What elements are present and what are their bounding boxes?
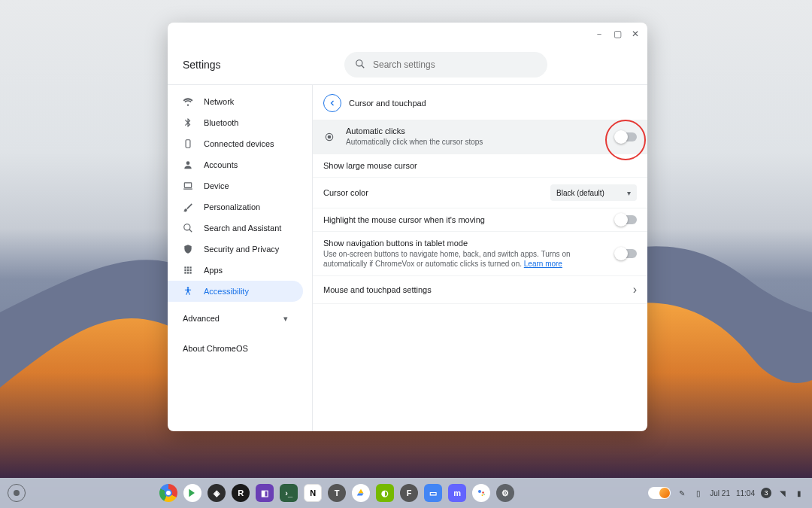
shelf: ◈ R ◧ ›_ N T ◐ F ▭ m ⚙ ✎ ▯ Jul 21 11:04 … <box>0 478 812 508</box>
shelf-app-blue[interactable]: ▭ <box>424 484 442 502</box>
shelf-app-nvidia[interactable]: ◐ <box>376 484 394 502</box>
svg-rect-15 <box>187 272 189 273</box>
row-title: Show navigation buttons in tablet mode <box>323 239 607 248</box>
shelf-app-f[interactable]: F <box>400 484 418 502</box>
shelf-app-settings[interactable]: ⚙ <box>496 484 514 502</box>
select-value: Black (default) <box>556 189 604 197</box>
accessibility-icon <box>183 286 193 297</box>
shelf-app-terminal[interactable]: ›_ <box>280 484 298 502</box>
svg-rect-14 <box>184 272 186 273</box>
settings-window: － ▢ ✕ Settings Network Bluetooth Connect… <box>168 23 647 431</box>
battery-tray-icon: ▮ <box>794 489 804 497</box>
brush-icon <box>183 202 193 212</box>
sidebar-item-about[interactable]: About ChromeOS <box>168 338 303 359</box>
search-box[interactable] <box>344 52 547 78</box>
sidebar: Network Bluetooth Connected devices Acco… <box>168 85 312 431</box>
sidebar-item-label: Accessibility <box>204 287 249 296</box>
sidebar-item-label: Advanced <box>183 314 220 323</box>
svg-rect-10 <box>189 266 191 268</box>
row-large-cursor[interactable]: Show large mouse cursor <box>313 154 647 178</box>
svg-point-0 <box>356 59 362 65</box>
bluetooth-icon <box>183 117 193 128</box>
window-minimize-button[interactable]: － <box>595 29 604 38</box>
sidebar-item-search[interactable]: Search and Assistant <box>168 217 303 239</box>
svg-point-6 <box>184 224 190 230</box>
window-close-button[interactable]: ✕ <box>631 29 640 38</box>
row-title: Automatic clicks <box>346 126 607 135</box>
sidebar-item-label: Security and Privacy <box>204 245 279 254</box>
sidebar-item-connected-devices[interactable]: Connected devices <box>168 133 303 154</box>
shelf-app-notion[interactable]: N <box>304 484 322 502</box>
svg-rect-13 <box>189 269 191 271</box>
learn-more-link[interactable]: Learn more <box>524 260 562 268</box>
wifi-tray-icon: ◥ <box>777 489 788 497</box>
row-automatic-clicks[interactable]: Automatic clicks Automatically click whe… <box>313 120 647 154</box>
stylus-icon[interactable]: ✎ <box>677 489 687 497</box>
row-subtitle: Use on-screen buttons to navigate home, … <box>323 249 607 269</box>
sidebar-item-label: Network <box>204 97 234 106</box>
tray-date: Jul 21 <box>710 489 730 497</box>
status-tray[interactable]: ✎ ▯ Jul 21 11:04 3 ◥ ▮ <box>648 487 804 499</box>
row-highlight-cursor: Highlight the mouse cursor when it's mov… <box>313 208 647 232</box>
svg-rect-8 <box>184 266 186 268</box>
cursor-color-select[interactable]: Black (default)▾ <box>550 184 637 201</box>
breadcrumb: Cursor and touchpad <box>313 91 647 120</box>
nav-buttons-toggle[interactable] <box>616 249 637 258</box>
row-cursor-color: Cursor color Black (default)▾ <box>313 178 647 208</box>
svg-rect-4 <box>184 183 191 187</box>
automatic-clicks-toggle[interactable] <box>616 132 637 141</box>
sidebar-item-label: Personalization <box>204 202 260 211</box>
sidebar-item-device[interactable]: Device <box>168 175 303 196</box>
shelf-app-t[interactable]: T <box>328 484 346 502</box>
shelf-app-r[interactable]: R <box>232 484 250 502</box>
sidebar-item-label: About ChromeOS <box>183 344 248 353</box>
shelf-app-drive[interactable] <box>352 484 370 502</box>
svg-point-22 <box>482 494 483 496</box>
sidebar-item-security[interactable]: Security and Privacy <box>168 239 303 260</box>
row-title: Highlight the mouse cursor when it's mov… <box>323 215 607 224</box>
chevron-right-icon: › <box>633 283 637 297</box>
window-maximize-button[interactable]: ▢ <box>613 29 622 38</box>
row-title: Cursor color <box>323 188 541 197</box>
quick-settings-pill[interactable] <box>648 487 671 499</box>
back-button[interactable] <box>323 94 341 112</box>
sidebar-item-bluetooth[interactable]: Bluetooth <box>168 112 303 133</box>
shelf-app-play[interactable] <box>183 484 201 502</box>
sidebar-item-advanced[interactable]: Advanced▾ <box>168 308 303 329</box>
app-title: Settings <box>183 59 311 71</box>
sidebar-item-label: Search and Assistant <box>204 224 281 233</box>
sidebar-item-accessibility[interactable]: Accessibility <box>168 281 303 302</box>
svg-rect-11 <box>184 269 186 271</box>
svg-rect-16 <box>189 272 191 273</box>
sidebar-item-label: Apps <box>204 266 223 275</box>
svg-rect-12 <box>187 269 189 271</box>
window-titlebar: － ▢ ✕ <box>168 23 647 45</box>
search-assistant-icon <box>183 223 193 233</box>
notifications-icon[interactable]: 3 <box>761 488 771 498</box>
person-icon <box>183 160 193 170</box>
device-icon <box>183 138 193 149</box>
laptop-icon <box>183 181 193 191</box>
sidebar-item-apps[interactable]: Apps <box>168 260 303 281</box>
sidebar-item-network[interactable]: Network <box>168 91 303 112</box>
shelf-app-purple[interactable]: ◧ <box>256 484 274 502</box>
sidebar-item-personalization[interactable]: Personalization <box>168 196 303 217</box>
sidebar-item-accounts[interactable]: Accounts <box>168 154 303 175</box>
row-title: Mouse and touchpad settings <box>323 285 624 294</box>
app-header: Settings <box>168 45 647 84</box>
main-panel: Cursor and touchpad Automatic clicks Aut… <box>312 85 647 431</box>
svg-point-19 <box>328 135 331 138</box>
sidebar-item-label: Accounts <box>204 160 238 169</box>
shelf-app-mastodon[interactable]: m <box>448 484 466 502</box>
launcher-button[interactable] <box>8 484 26 502</box>
highlight-cursor-toggle[interactable] <box>616 215 637 224</box>
svg-point-20 <box>478 490 481 493</box>
phone-hub-icon[interactable]: ▯ <box>693 489 704 497</box>
svg-rect-2 <box>186 140 190 148</box>
search-input[interactable] <box>373 59 537 70</box>
row-mouse-touchpad-settings[interactable]: Mouse and touchpad settings › <box>313 276 647 304</box>
shelf-app-assistant[interactable] <box>472 484 490 502</box>
shelf-app-chrome[interactable] <box>159 484 177 502</box>
content-area: Network Bluetooth Connected devices Acco… <box>168 84 647 431</box>
shelf-app-obsidian[interactable]: ◈ <box>208 484 226 502</box>
